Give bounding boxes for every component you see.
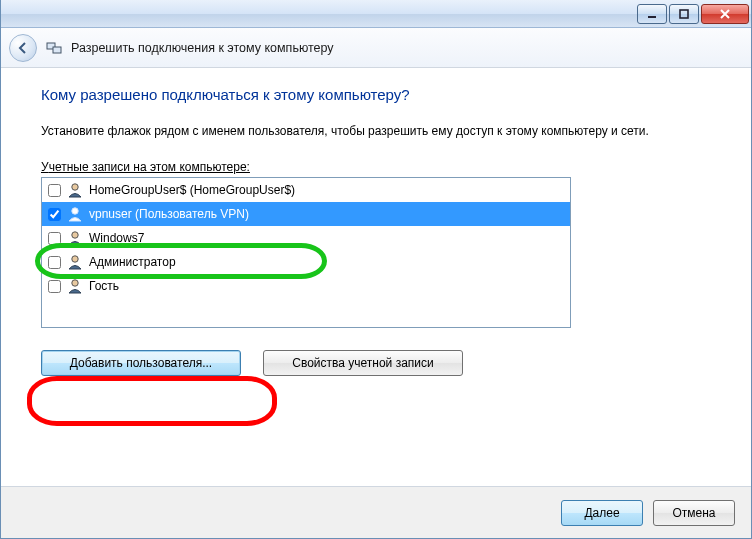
footer: Далее Отмена: [1, 486, 751, 538]
content-area: Кому разрешено подключаться к этому комп…: [1, 68, 751, 486]
svg-point-5: [72, 208, 78, 214]
user-icon: [66, 253, 84, 271]
user-label: Windows7: [89, 231, 144, 245]
list-item[interactable]: Гость: [42, 274, 570, 298]
list-item[interactable]: Windows7: [42, 226, 570, 250]
user-label: HomeGroupUser$ (HomeGroupUser$): [89, 183, 295, 197]
page-heading: Кому разрешено подключаться к этому комп…: [41, 86, 715, 103]
svg-rect-1: [680, 10, 688, 18]
list-label-text: четные записи на этом компьютере:: [49, 160, 250, 174]
users-listbox[interactable]: HomeGroupUser$ (HomeGroupUser$)vpnuser (…: [41, 177, 571, 328]
svg-point-8: [72, 280, 78, 286]
account-properties-button[interactable]: Свойства учетной записи: [263, 350, 463, 376]
maximize-icon: [679, 9, 689, 19]
user-icon: [66, 205, 84, 223]
list-item[interactable]: vpnuser (Пользователь VPN): [42, 202, 570, 226]
back-button[interactable]: [9, 34, 37, 62]
user-icon: [66, 277, 84, 295]
user-checkbox[interactable]: [48, 184, 61, 197]
titlebar: [1, 0, 751, 28]
button-row: Добавить пользователя... Свойства учетно…: [41, 350, 715, 376]
user-label: Администратор: [89, 255, 176, 269]
cancel-button[interactable]: Отмена: [653, 500, 735, 526]
user-checkbox[interactable]: [48, 280, 61, 293]
user-checkbox[interactable]: [48, 232, 61, 245]
minimize-button[interactable]: [637, 4, 667, 24]
user-checkbox[interactable]: [48, 208, 61, 221]
user-label: Гость: [89, 279, 119, 293]
user-checkbox[interactable]: [48, 256, 61, 269]
window-buttons: [637, 4, 749, 24]
dialog-window: Разрешить подключения к этому компьютеру…: [0, 0, 752, 539]
close-button[interactable]: [701, 4, 749, 24]
close-icon: [719, 9, 731, 19]
svg-rect-3: [53, 47, 61, 53]
list-item[interactable]: HomeGroupUser$ (HomeGroupUser$): [42, 178, 570, 202]
list-label: Учетные записи на этом компьютере:: [41, 160, 715, 174]
list-item[interactable]: Администратор: [42, 250, 570, 274]
wizard-title: Разрешить подключения к этому компьютеру: [71, 41, 334, 55]
user-label: vpnuser (Пользователь VPN): [89, 207, 249, 221]
svg-rect-0: [648, 16, 656, 18]
network-icon: [45, 39, 63, 57]
user-icon: [66, 229, 84, 247]
annotation-red-circle: [27, 376, 277, 426]
instruction-text: Установите флажок рядом с именем пользов…: [41, 123, 661, 140]
maximize-button[interactable]: [669, 4, 699, 24]
svg-point-4: [72, 184, 78, 190]
add-user-button[interactable]: Добавить пользователя...: [41, 350, 241, 376]
minimize-icon: [647, 9, 657, 19]
next-button[interactable]: Далее: [561, 500, 643, 526]
arrow-left-icon: [16, 41, 30, 55]
svg-point-7: [72, 256, 78, 262]
list-label-accel: У: [41, 160, 49, 174]
svg-point-6: [72, 232, 78, 238]
user-icon: [66, 181, 84, 199]
wizard-header: Разрешить подключения к этому компьютеру: [1, 28, 751, 68]
